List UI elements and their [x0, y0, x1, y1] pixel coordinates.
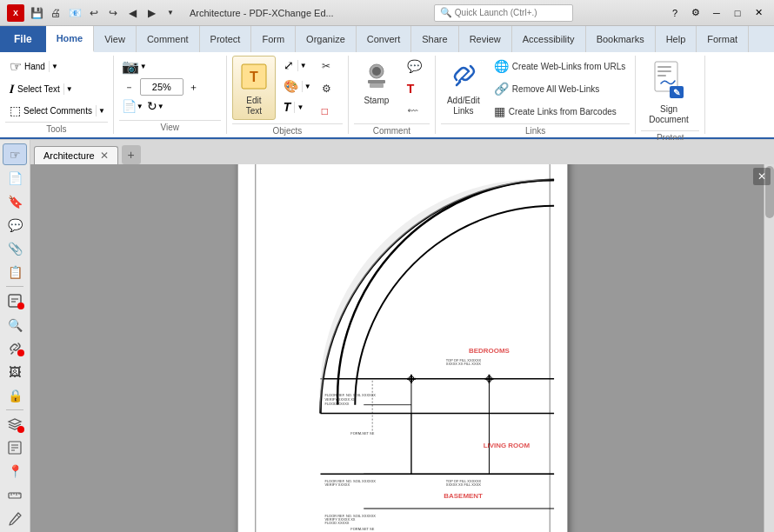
remove-web-links-button[interactable]: 🔗 Remove All Web-Links: [490, 78, 630, 99]
organize-tab[interactable]: Organize: [296, 26, 357, 52]
sidebar-tool-cursor[interactable]: ☞: [3, 143, 27, 165]
links-small-group: 🌐 Create Web-Links from URLs 🔗 Remove Al…: [490, 56, 630, 122]
view-group-label: View: [119, 120, 221, 134]
protect-tab[interactable]: Protect: [200, 26, 252, 52]
sign-document-button[interactable]: ✎ Sign Document: [641, 56, 697, 129]
close-button[interactable]: ✕: [750, 4, 767, 22]
edit-text-button[interactable]: T Edit Text: [232, 56, 276, 120]
sidebar-tool-pages[interactable]: 📄: [3, 167, 27, 189]
ribbon-content: ☞ Hand ▼ 𝑰 Select Text ▼: [0, 52, 774, 139]
save-button[interactable]: 💾: [28, 4, 45, 22]
sidebar-tool-image[interactable]: 🖼: [3, 361, 27, 382]
stamp-button[interactable]: Stamp: [354, 56, 399, 110]
sidebar-tool-bookmarks[interactable]: 🔖: [3, 190, 27, 212]
window-title: Architecture - PDF-XChange Ed...: [190, 8, 334, 18]
window-controls: ? ⚙ ─ □ ✕: [666, 4, 767, 22]
object-clip-button[interactable]: ✂: [317, 56, 336, 76]
select-text-button[interactable]: 𝑰 Select Text ▼: [5, 79, 108, 99]
sidebar-tool-location[interactable]: 📍: [3, 461, 27, 482]
zoom-in-btn[interactable]: ＋: [185, 78, 203, 96]
scrollbar-vertical[interactable]: [764, 164, 774, 532]
select-comments-button[interactable]: ⬚ Select Comments ▼: [5, 101, 108, 120]
sidebar-tool-search[interactable]: 🔍: [3, 314, 27, 336]
forward-button[interactable]: ▶: [143, 4, 160, 22]
links-group: Add/Edit Links 🌐 Create Web-Links from U…: [436, 56, 636, 134]
sidebar-tool-ruler[interactable]: [3, 484, 27, 506]
page-layout-icon: 📄: [122, 99, 137, 113]
sidebar-tool-comments[interactable]: 💬: [3, 214, 27, 236]
minimize-button[interactable]: ─: [708, 4, 725, 22]
object-color-button[interactable]: 🎨 ▼: [279, 76, 314, 96]
back-button[interactable]: ◀: [123, 4, 141, 22]
hand-tool-button[interactable]: ☞ Hand ▼: [5, 56, 108, 77]
convert-tab[interactable]: Convert: [357, 26, 412, 52]
search-input[interactable]: [455, 8, 559, 17]
help-tab[interactable]: Help: [656, 26, 697, 52]
text-comment-button[interactable]: T: [403, 78, 426, 99]
page-layout-button[interactable]: 📄 ▼: [121, 98, 144, 114]
help-icon-btn[interactable]: ?: [666, 4, 684, 22]
quick-launch-search[interactable]: 🔍: [434, 4, 573, 22]
view-camera-button[interactable]: 📷 ▼: [121, 57, 148, 76]
maximize-button[interactable]: □: [729, 4, 746, 22]
svg-text:FORM-SET SE: FORM-SET SE: [350, 431, 374, 436]
doc-tab-add-btn[interactable]: +: [122, 145, 141, 164]
view-tab[interactable]: View: [94, 26, 137, 52]
camera-dropdown-arrow[interactable]: ▼: [140, 63, 147, 70]
doc-tab-architecture[interactable]: Architecture ✕: [34, 146, 118, 164]
svg-rect-4: [368, 80, 385, 83]
email-button[interactable]: 📧: [66, 4, 83, 22]
zoom-out-btn[interactable]: －: [121, 78, 138, 96]
hand-icon: ☞: [10, 58, 22, 75]
rotate-button[interactable]: ↻ ▼: [146, 98, 165, 114]
stamp-icon: [359, 59, 394, 94]
title-bar-left: X 💾 🖨 📧 ↩ ↪ ◀ ▶ ▼ Architecture - PDF-XCh…: [7, 4, 341, 22]
object-settings-button[interactable]: ⚙: [317, 78, 336, 99]
review-tab[interactable]: Review: [459, 26, 512, 52]
hand-dropdown-arrow[interactable]: ▼: [49, 61, 60, 72]
sidebar-tool-form[interactable]: [3, 437, 27, 459]
qa-dropdown[interactable]: ▼: [162, 4, 179, 22]
create-web-links-button[interactable]: 🌐 Create Web-Links from URLs: [490, 56, 630, 76]
title-bar: X 💾 🖨 📧 ↩ ↪ ◀ ▶ ▼ Architecture - PDF-XCh…: [0, 0, 774, 26]
sidebar-tool-security[interactable]: 🔒: [3, 384, 27, 406]
sidebar-tool-layers[interactable]: [3, 414, 27, 436]
doc-tab-close-btn[interactable]: ✕: [100, 150, 109, 162]
sidebar-tool-attachments[interactable]: 📎: [3, 237, 27, 259]
living-room-label: LIVING ROOM: [483, 442, 530, 449]
select-comments-dropdown[interactable]: ▼: [96, 105, 107, 116]
redo-button[interactable]: ↪: [104, 4, 122, 22]
sidebar-tool-pen[interactable]: [3, 508, 27, 529]
file-tab[interactable]: File: [0, 26, 46, 52]
doc-close-button[interactable]: ✕: [753, 168, 771, 185]
select-text-dropdown[interactable]: ▼: [63, 83, 75, 95]
ruler-icon: [7, 488, 23, 503]
share-tab[interactable]: Share: [411, 26, 458, 52]
select-text-icon: 𝑰: [10, 82, 15, 96]
sidebar-tool-clipboard[interactable]: 📋: [3, 261, 27, 283]
protect-group-content: ✎ Sign Document: [641, 56, 699, 129]
zoom-input[interactable]: 25%: [140, 78, 183, 96]
print-button[interactable]: 🖨: [47, 4, 64, 22]
bookmarks-tab[interactable]: Bookmarks: [586, 26, 656, 52]
form-tab[interactable]: Form: [251, 26, 296, 52]
pdf-content: BEDROOMS LIVING ROOM BASEMENT FLOOR REF.…: [238, 164, 567, 532]
comment-tab[interactable]: Comment: [137, 26, 200, 52]
object-move-button[interactable]: ⤢ ▼: [279, 56, 314, 75]
note-button[interactable]: 💬: [403, 56, 426, 76]
home-tab[interactable]: Home: [46, 26, 95, 52]
callout-button[interactable]: ⬳: [403, 101, 426, 122]
undo-button[interactable]: ↩: [85, 4, 103, 22]
sidebar-tool-links[interactable]: [3, 337, 27, 359]
edit-text-icon: T: [237, 59, 271, 94]
svg-text:✎: ✎: [673, 88, 680, 97]
object-rect-button[interactable]: □: [317, 101, 336, 122]
sidebar-tool-tags[interactable]: [3, 290, 27, 312]
create-barcode-links-button[interactable]: ▦ Create Links from Barcodes: [490, 101, 630, 122]
settings-btn[interactable]: ⚙: [687, 4, 704, 22]
add-edit-links-button[interactable]: Add/Edit Links: [441, 56, 486, 120]
accessibility-tab[interactable]: Accessibility: [512, 26, 586, 52]
format-tab[interactable]: Format: [697, 26, 749, 52]
object-text-type-button[interactable]: T ▼: [279, 97, 314, 116]
tools-group: ☞ Hand ▼ 𝑰 Select Text ▼: [0, 56, 114, 134]
